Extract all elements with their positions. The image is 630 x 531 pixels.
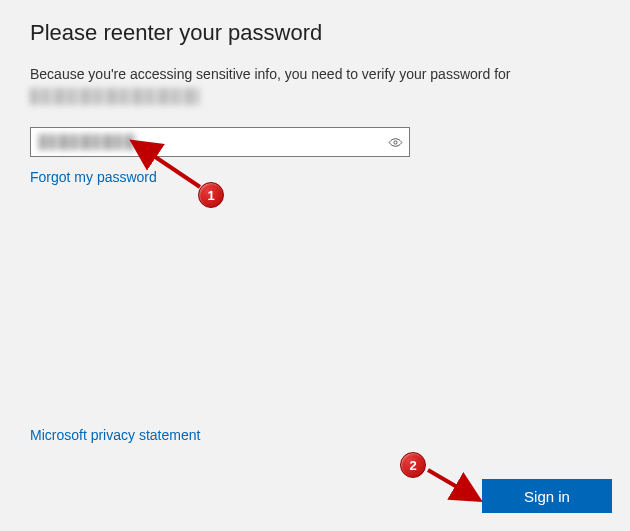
sign-in-button[interactable]: Sign in — [482, 479, 612, 513]
privacy-statement-link[interactable]: Microsoft privacy statement — [30, 427, 200, 443]
instruction-text: Because you're accessing sensitive info,… — [30, 64, 600, 84]
account-identifier-redacted — [30, 88, 200, 105]
forgot-password-link[interactable]: Forgot my password — [30, 169, 157, 185]
annotation-badge-2: 2 — [400, 452, 426, 478]
page-title: Please reenter your password — [30, 20, 600, 46]
svg-point-0 — [393, 141, 396, 144]
password-input[interactable] — [39, 127, 387, 157]
password-field-wrapper[interactable] — [30, 127, 410, 157]
reveal-password-icon[interactable] — [387, 134, 403, 150]
annotation-badge-1: 1 — [198, 182, 224, 208]
